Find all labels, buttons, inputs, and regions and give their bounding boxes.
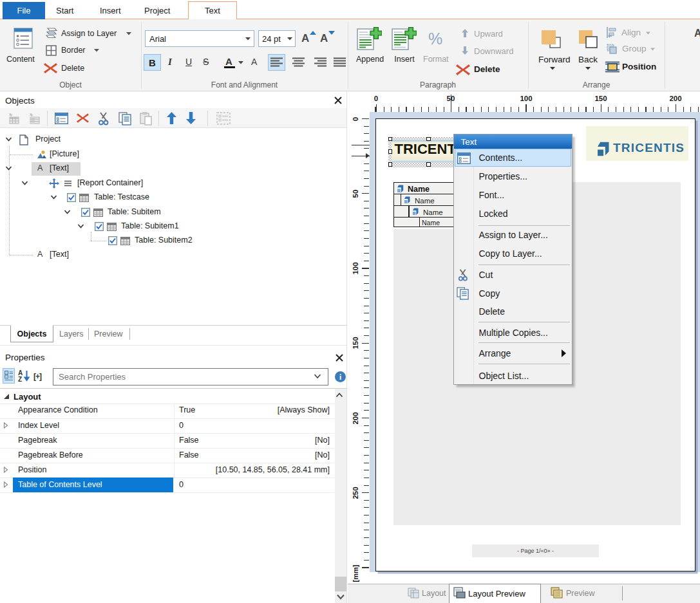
svg-text:Z: Z [18, 376, 22, 382]
